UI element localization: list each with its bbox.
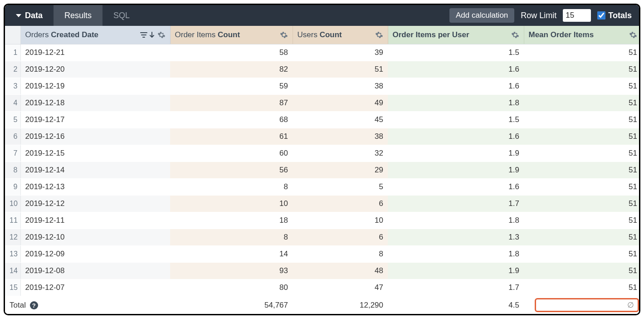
- add-calculation-button[interactable]: Add calculation: [449, 8, 514, 23]
- cell-order-items-count: 61: [170, 128, 293, 145]
- toolbar-right: Add calculation Row Limit Totals: [449, 5, 639, 26]
- gear-icon[interactable]: [280, 31, 288, 39]
- cell-mean-order-items: 51: [524, 44, 640, 61]
- cell-index: 4: [5, 95, 20, 112]
- col-header-users-count[interactable]: Users Count: [293, 26, 388, 44]
- table-row: 142019-12-0893481.951: [5, 263, 640, 279]
- cell-mean-order-items: 51: [524, 61, 640, 78]
- results-panel: Data Results SQL Add calculation Row Lim…: [4, 4, 640, 315]
- cell-users-count: 8: [293, 246, 388, 263]
- table-row: 112019-12-1118101.851: [5, 212, 640, 229]
- cell-order-items-per-user: 1.6: [388, 61, 524, 78]
- table-row: 32019-12-1959381.651: [5, 78, 640, 95]
- cell-created-date: 2019-12-15: [20, 145, 170, 162]
- tab-data-label: Data: [25, 11, 43, 20]
- col-header-mean-order-items[interactable]: Mean Order Items: [524, 26, 640, 44]
- arrow-down-icon: [149, 32, 155, 38]
- col-header-created-date[interactable]: Orders Created Date: [20, 26, 170, 44]
- col-header-oi-label: Order Items Count: [175, 30, 277, 39]
- totals-label-cell: Total ?: [5, 296, 170, 314]
- cell-order-items-per-user: 1.3: [388, 229, 524, 246]
- cell-order-items-count: 58: [170, 44, 293, 61]
- cell-order-items-count: 8: [170, 229, 293, 246]
- cell-mean-order-items: 51: [524, 145, 640, 162]
- tabs: Data Results SQL: [5, 5, 141, 26]
- cell-mean-order-items: 51: [524, 279, 640, 296]
- results-table-wrap: Orders Created Date: [5, 26, 639, 314]
- cell-users-count: 38: [293, 128, 388, 145]
- tab-results[interactable]: Results: [54, 5, 102, 26]
- cell-mean-order-items: 51: [524, 196, 640, 212]
- gear-icon[interactable]: [629, 31, 637, 39]
- table-row: 82019-12-1456291.951: [5, 162, 640, 179]
- totals-mean-order-items: ∅: [524, 296, 640, 314]
- cell-order-items-per-user: 1.5: [388, 44, 524, 61]
- cell-users-count: 6: [293, 196, 388, 212]
- toolbar: Data Results SQL Add calculation Row Lim…: [5, 5, 639, 26]
- row-limit-label: Row Limit: [521, 11, 556, 20]
- cell-order-items-count: 87: [170, 95, 293, 112]
- cell-created-date: 2019-12-21: [20, 44, 170, 61]
- cell-mean-order-items: 51: [524, 246, 640, 263]
- cell-order-items-per-user: 1.7: [388, 279, 524, 296]
- cell-users-count: 10: [293, 212, 388, 229]
- col-header-created-date-label: Orders Created Date: [25, 30, 137, 39]
- totals-row: Total ? 54,767 12,290 4.5 ∅: [5, 296, 640, 314]
- table-row: 92019-12-13851.651: [5, 179, 640, 196]
- cell-users-count: 45: [293, 112, 388, 128]
- cell-index: 1: [5, 44, 20, 61]
- results-table: Orders Created Date: [5, 26, 640, 314]
- cell-index: 14: [5, 263, 20, 279]
- cell-index: 12: [5, 229, 20, 246]
- cell-order-items-count: 68: [170, 112, 293, 128]
- cell-created-date: 2019-12-16: [20, 128, 170, 145]
- cell-index: 11: [5, 212, 20, 229]
- col-header-order-items-count[interactable]: Order Items Count: [170, 26, 293, 44]
- cell-index: 9: [5, 179, 20, 196]
- cell-mean-order-items: 51: [524, 212, 640, 229]
- cell-users-count: 38: [293, 78, 388, 95]
- cell-index: 8: [5, 162, 20, 179]
- totals-order-items-per-user: 4.5: [388, 296, 524, 314]
- table-row: 62019-12-1661381.651: [5, 128, 640, 145]
- cell-mean-order-items: 51: [524, 78, 640, 95]
- cell-users-count: 47: [293, 279, 388, 296]
- cell-order-items-count: 56: [170, 162, 293, 179]
- cell-order-items-count: 93: [170, 263, 293, 279]
- row-limit-input[interactable]: [563, 9, 591, 22]
- cell-order-items-per-user: 1.7: [388, 196, 524, 212]
- tab-sql[interactable]: SQL: [102, 5, 141, 26]
- cell-order-items-count: 59: [170, 78, 293, 95]
- table-row: 152019-12-0780471.751: [5, 279, 640, 296]
- cell-order-items-per-user: 1.8: [388, 246, 524, 263]
- cell-order-items-count: 8: [170, 179, 293, 196]
- cell-users-count: 6: [293, 229, 388, 246]
- col-header-order-items-per-user[interactable]: Order Items per User: [388, 26, 524, 44]
- totals-toggle[interactable]: Totals: [597, 11, 632, 20]
- help-icon[interactable]: ?: [30, 301, 38, 309]
- sort-indicator: [140, 32, 155, 38]
- cell-order-items-per-user: 1.9: [388, 162, 524, 179]
- cell-users-count: 49: [293, 95, 388, 112]
- gear-icon[interactable]: [375, 31, 383, 39]
- cell-users-count: 29: [293, 162, 388, 179]
- cell-index: 13: [5, 246, 20, 263]
- table-row: 132019-12-091481.851: [5, 246, 640, 263]
- cell-users-count: 48: [293, 263, 388, 279]
- table-row: 102019-12-121061.751: [5, 196, 640, 212]
- gear-icon[interactable]: [511, 31, 519, 39]
- tab-data[interactable]: Data: [5, 5, 54, 26]
- cell-users-count: 5: [293, 179, 388, 196]
- tab-results-label: Results: [64, 11, 92, 20]
- cell-created-date: 2019-12-08: [20, 263, 170, 279]
- col-header-index: [5, 26, 20, 44]
- col-header-mean-label: Mean Order Items: [529, 30, 627, 39]
- totals-checkbox[interactable]: [597, 11, 605, 20]
- cell-order-items-per-user: 1.8: [388, 95, 524, 112]
- cell-index: 6: [5, 128, 20, 145]
- cell-users-count: 51: [293, 61, 388, 78]
- cell-users-count: 39: [293, 44, 388, 61]
- gear-icon[interactable]: [157, 31, 166, 39]
- cell-index: 10: [5, 196, 20, 212]
- cell-order-items-per-user: 1.9: [388, 145, 524, 162]
